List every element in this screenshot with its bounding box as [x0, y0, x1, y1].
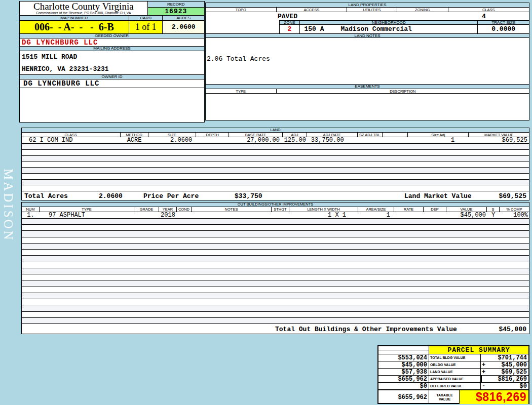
mailing-address-block[interactable]: 1515 MILL ROAD HENRICO, VA 23231-3231 [20, 51, 204, 75]
land-header-adj: ADJ [283, 133, 307, 137]
out-buildings-total-value: $45,000 [499, 326, 526, 333]
land-notes-title: LAND NOTES [206, 33, 529, 38]
empty-row [22, 161, 529, 168]
easements-title: EASEMENTS [206, 85, 529, 89]
ps-op-total-bldg [481, 354, 487, 361]
empty-row [22, 185, 529, 191]
lp-header-class: CLASS [448, 8, 529, 12]
land-cell-size: 2.0600 [148, 137, 196, 143]
owner-panel-blank [20, 88, 204, 123]
ob-cell-dep [424, 212, 446, 218]
ob-header-pct-comp: % COMP [500, 207, 529, 212]
ps-value-total-bldg: $701,744 [487, 354, 528, 361]
land-market-value-total: $69,525 [499, 192, 526, 200]
address-line1: 1515 MILL ROAD [22, 53, 204, 61]
zone-label: ZONE [280, 20, 300, 25]
ob-header-num: NUM [22, 207, 40, 212]
ob-header-rate: RATE [394, 207, 424, 212]
land-cell-method: ACRE [121, 137, 148, 143]
ob-cell-s: Y [487, 212, 500, 218]
land-cell-adj: 125.00 [283, 137, 307, 143]
ob-cell-rate [394, 212, 424, 218]
map-number-field[interactable]: 006- - A- - - 6-B [20, 21, 129, 33]
land-header-depth: DEPTH [196, 133, 229, 137]
ps-prior-appraised: $655,962 [378, 376, 429, 382]
ob-header-type: TYPE [40, 207, 134, 212]
land-properties-title: LAND PROPERTIES [206, 3, 529, 8]
out-buildings-title: OUT BUILDINGS/OTHER IMPROVEMENTS [22, 202, 529, 207]
access-value[interactable]: PAVED [278, 13, 297, 20]
neighborhood-label: NEIGHBORHOOD [300, 20, 478, 25]
ob-header-value: VALUE [446, 207, 487, 212]
deeded-owner-value[interactable]: DG LYNCHBURG LLC [20, 38, 204, 47]
neighborhood-name[interactable]: Madison Commercial [340, 25, 411, 33]
address-line2: HENRICO, VA 23231-3231 [22, 65, 204, 73]
owner-id-value[interactable]: DG LYNCHBURG LLC [20, 79, 204, 88]
empty-row [22, 274, 529, 280]
ob-empty-rows [22, 219, 529, 324]
out-buildings-table: OUT BUILDINGS/OTHER IMPROVEMENTS NUM TYP… [21, 202, 529, 334]
parcel-summary-title: PARCEL SUMMARY [429, 346, 528, 354]
land-header-size-adj: Size Adj [408, 133, 469, 137]
empty-row [22, 231, 529, 237]
easements-header-description: DESCRIPTION [277, 89, 529, 93]
ps-value-obldg: $45,000 [487, 361, 528, 368]
empty-row [22, 244, 529, 250]
land-header-sz-adj-tbl: SZ ADJ TBL [358, 133, 383, 137]
ob-cell-grade [134, 212, 159, 218]
land-cell-blank [383, 137, 408, 143]
mailing-address-label: MAILING ADDRESS [20, 47, 204, 51]
empty-row [22, 318, 529, 324]
lp-header-zoning: ZONING [397, 8, 448, 12]
empty-row [22, 256, 529, 262]
empty-row [22, 180, 529, 186]
ob-cell-value: $45,000 [446, 212, 487, 218]
empty-row [22, 156, 529, 162]
land-empty-rows [22, 144, 529, 191]
land-cell-adj-rate: 33,750.00 [307, 137, 358, 143]
land-data-row[interactable]: 62 I COM IND ACRE 2.0600 27,000.00 125.0… [22, 137, 529, 144]
ps-label-taxable: TAXABLE VALUE [429, 390, 460, 404]
ob-cell-pct-comp: 100% [500, 212, 529, 218]
ps-value-taxable: $816,269 [460, 390, 528, 404]
neighborhood-code[interactable]: 150 A [304, 25, 324, 33]
owner-panel: Charlotte County Virginia Commissioner o… [19, 1, 205, 123]
empty-row [22, 225, 529, 231]
land-notes-box[interactable]: 2.06 Total Acres [206, 38, 529, 85]
class-value[interactable]: 4 [482, 13, 486, 20]
empty-row [22, 280, 529, 287]
zone-value[interactable]: 2 [280, 25, 300, 33]
easements-header-type: TYPE [206, 89, 277, 93]
land-header-market-value: MARKET VALUE [469, 133, 529, 137]
ob-cell-type: 97 ASPHALT [40, 212, 134, 218]
lp-header-topo: TOPO [206, 8, 277, 12]
ps-label-deferred: DEFERRED VALUE [429, 383, 481, 389]
land-cell-market-value: $69,525 [469, 137, 529, 143]
record-value-field[interactable]: 16923 [148, 8, 204, 15]
land-table-title: LAND [22, 128, 529, 133]
commissioner-line: Commissioner of the Revenue, PO Box 308,… [36, 11, 131, 15]
acres-field[interactable]: 2.0600 [163, 21, 204, 33]
tract-size-value[interactable]: 0.0000 [478, 25, 529, 33]
land-properties-panel: LAND PROPERTIES TOPO ACCESS UTILITIES ZO… [205, 3, 529, 120]
ob-header-grade: GRADE [134, 207, 159, 212]
ps-prior-deferred: $0 [378, 383, 429, 389]
parcel-summary: PARCEL SUMMARY $553,024 TOTAL BLDG VALUE… [377, 345, 529, 404]
total-acres-label: Total Acres [24, 192, 68, 200]
empty-row [22, 287, 529, 293]
ps-value-deferred: $0 [487, 383, 528, 389]
land-header-adj-rate: ADJ RATE [307, 133, 358, 137]
ob-header-notes: NOTES [192, 207, 272, 212]
land-header-class: CLASS [22, 133, 121, 137]
ob-cell-year: 2018 [159, 212, 177, 218]
ob-header-length-width: LENGTH X WIDTH [289, 207, 358, 212]
land-cell-sz-adj-tbl [358, 137, 383, 143]
card-field[interactable]: 1 of 1 [129, 21, 163, 33]
empty-row [22, 305, 529, 311]
ps-label-total-bldg: TOTAL BLDG VALUE [429, 354, 481, 361]
ob-header-sthgt: STHGT [272, 207, 289, 212]
empty-row [22, 219, 529, 225]
out-building-data-row[interactable]: 1. 97 ASPHALT 2018 1 X 1 1 $45,000 Y 100… [22, 212, 529, 219]
ob-cell-area-size: 1 [358, 212, 394, 218]
empty-row [22, 250, 529, 256]
